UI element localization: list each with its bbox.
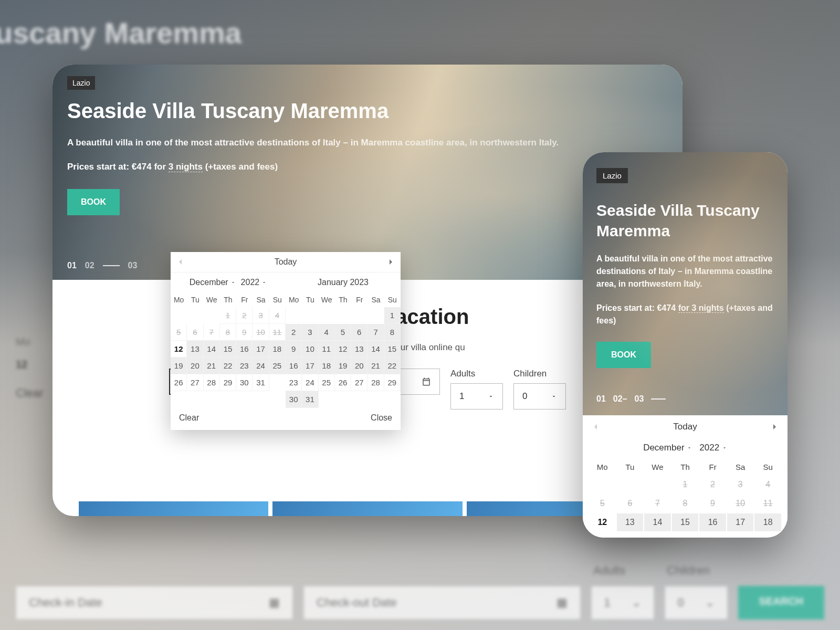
- day-of-week: Tu: [617, 459, 644, 475]
- day-2[interactable]: 2: [286, 324, 302, 341]
- day-30[interactable]: 30: [236, 374, 253, 391]
- day-8[interactable]: 8: [384, 324, 401, 341]
- mobile-slider-indicator[interactable]: 01 02– 03: [596, 394, 666, 404]
- day-6[interactable]: 6: [351, 324, 368, 341]
- next-month-button[interactable]: [772, 424, 777, 429]
- day-12[interactable]: 12: [171, 341, 187, 358]
- day-16[interactable]: 16: [236, 341, 253, 358]
- day-11[interactable]: 11: [319, 341, 335, 358]
- day-26[interactable]: 26: [171, 374, 187, 391]
- day-of-week: Tu: [187, 292, 203, 307]
- month-january: January 2023 MoTuWeThFrSaSu1234567891011…: [286, 272, 401, 408]
- chevron-down-icon: [230, 280, 236, 285]
- day-of-week: Sa: [368, 292, 384, 307]
- day-7: 7: [204, 324, 220, 341]
- day-19[interactable]: 19: [335, 358, 351, 374]
- day-16[interactable]: 16: [286, 358, 302, 374]
- book-button[interactable]: BOOK: [596, 342, 651, 368]
- day-25[interactable]: 25: [319, 374, 335, 391]
- slide-1[interactable]: 01: [67, 261, 77, 270]
- day-12[interactable]: 12: [335, 341, 351, 358]
- day-14[interactable]: 14: [368, 341, 384, 358]
- day-4[interactable]: 4: [319, 324, 335, 341]
- day-14[interactable]: 14: [204, 341, 220, 358]
- day-16[interactable]: 16: [699, 513, 726, 531]
- hero-description: A beautiful villa in one of the most att…: [67, 138, 668, 148]
- clear-button[interactable]: Clear: [179, 413, 199, 423]
- prev-month-button[interactable]: [178, 259, 183, 265]
- today-button[interactable]: Today: [673, 422, 697, 432]
- day-of-week: Th: [220, 292, 236, 307]
- day-26[interactable]: 26: [335, 374, 351, 391]
- day-22[interactable]: 22: [220, 358, 236, 374]
- prev-month-button[interactable]: [593, 424, 598, 429]
- day-1[interactable]: 1: [384, 307, 401, 324]
- day-28[interactable]: 28: [204, 374, 220, 391]
- slide-3[interactable]: 03: [128, 261, 138, 270]
- day-18[interactable]: 18: [319, 358, 335, 374]
- chevron-down-icon: [687, 445, 692, 450]
- close-button[interactable]: Close: [371, 413, 392, 423]
- day-25[interactable]: 25: [269, 358, 286, 374]
- day-12[interactable]: 12: [589, 513, 616, 531]
- day-17[interactable]: 17: [253, 341, 269, 358]
- day-27[interactable]: 27: [187, 374, 203, 391]
- month-select[interactable]: December: [190, 278, 236, 287]
- slider-indicator[interactable]: 01 02 03: [67, 261, 137, 270]
- day-15[interactable]: 15: [220, 341, 236, 358]
- year-select[interactable]: 2022: [241, 278, 267, 287]
- day-10[interactable]: 10: [302, 341, 318, 358]
- day-20[interactable]: 20: [187, 358, 203, 374]
- day-24[interactable]: 24: [253, 358, 269, 374]
- day-20[interactable]: 20: [351, 358, 368, 374]
- day-27[interactable]: 27: [351, 374, 368, 391]
- day-of-week: Th: [672, 459, 699, 475]
- day-4: 4: [754, 476, 781, 494]
- day-31[interactable]: 31: [302, 391, 318, 408]
- day-17[interactable]: 17: [727, 513, 754, 531]
- year-select[interactable]: 2022: [699, 443, 727, 453]
- day-of-week: Su: [269, 292, 286, 307]
- day-30[interactable]: 30: [286, 391, 302, 408]
- day-13[interactable]: 13: [617, 513, 644, 531]
- day-23[interactable]: 23: [286, 374, 302, 391]
- day-15[interactable]: 15: [672, 513, 699, 531]
- day-21[interactable]: 21: [204, 358, 220, 374]
- adults-select[interactable]: 1: [450, 383, 503, 410]
- day-21[interactable]: 21: [368, 358, 384, 374]
- today-button[interactable]: Today: [275, 257, 297, 267]
- day-15[interactable]: 15: [384, 341, 401, 358]
- month-year-label: January 2023: [318, 278, 369, 287]
- children-select[interactable]: 0: [513, 383, 566, 410]
- day-28[interactable]: 28: [368, 374, 384, 391]
- next-month-button[interactable]: [388, 259, 393, 265]
- region-tag[interactable]: Lazio: [67, 76, 95, 90]
- day-18[interactable]: 18: [269, 341, 286, 358]
- day-7[interactable]: 7: [368, 324, 384, 341]
- day-23[interactable]: 23: [236, 358, 253, 374]
- day-19[interactable]: 19: [171, 358, 187, 374]
- day-14[interactable]: 14: [644, 513, 671, 531]
- day-22[interactable]: 22: [384, 358, 401, 374]
- day-17[interactable]: 17: [302, 358, 318, 374]
- day-13[interactable]: 13: [187, 341, 203, 358]
- region-tag[interactable]: Lazio: [596, 168, 628, 183]
- mobile-hero-price: Prices start at: €474 for 3 nights (+tax…: [596, 302, 774, 327]
- day-of-week: Mo: [589, 459, 616, 475]
- month-select[interactable]: December: [643, 443, 692, 453]
- book-button[interactable]: BOOK: [67, 189, 120, 215]
- day-31[interactable]: 31: [253, 374, 269, 391]
- day-24[interactable]: 24: [302, 374, 318, 391]
- day-3[interactable]: 3: [302, 324, 318, 341]
- day-of-week: We: [319, 292, 335, 307]
- day-29[interactable]: 29: [384, 374, 401, 391]
- mobile-datepicker: Today December 2022 MoTuWeThFrSaSu123456…: [583, 415, 788, 538]
- day-18[interactable]: 18: [754, 513, 781, 531]
- day-5[interactable]: 5: [335, 324, 351, 341]
- day-9[interactable]: 9: [286, 341, 302, 358]
- day-13[interactable]: 13: [351, 341, 368, 358]
- hero-title: Seaside Villa Tuscany Maremma: [67, 99, 668, 123]
- day-of-week: We: [644, 459, 671, 475]
- day-29[interactable]: 29: [220, 374, 236, 391]
- slide-2[interactable]: 02: [85, 261, 94, 270]
